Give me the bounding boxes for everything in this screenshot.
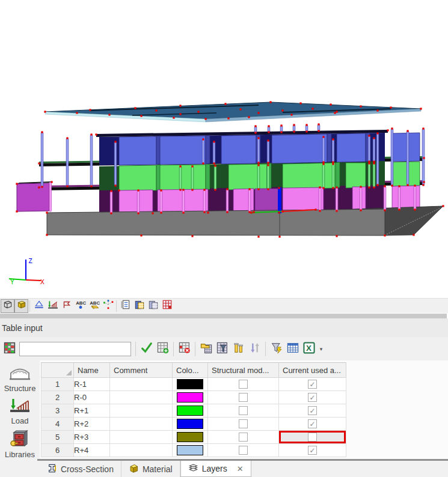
structural-model-cell[interactable]	[208, 431, 279, 444]
svg-text:ABC: ABC	[90, 300, 100, 306]
label-abc-button[interactable]: ABC	[73, 299, 87, 313]
current-used-checkbox[interactable]	[308, 419, 317, 428]
sidebar-item-libraries[interactable]: Libraries	[0, 425, 40, 459]
column-header[interactable]: Name	[74, 363, 110, 378]
table-row: 6R+4	[41, 444, 346, 457]
excel-dropdown-button[interactable]: ▾	[317, 341, 325, 357]
structural-model-cell[interactable]	[208, 444, 279, 457]
current-used-checkbox[interactable]	[308, 433, 317, 442]
table-add-button[interactable]	[155, 341, 171, 357]
building-window-yellow-button[interactable]	[132, 299, 146, 313]
row-number[interactable]: 4	[41, 418, 74, 431]
color-swatch[interactable]	[177, 406, 203, 416]
table-open-button[interactable]	[198, 341, 214, 357]
excel-icon: X	[302, 341, 316, 357]
comment-cell[interactable]	[110, 378, 173, 391]
color-swatch[interactable]	[177, 392, 203, 403]
row-number[interactable]: 3	[41, 404, 74, 418]
axis-y-label: Y	[10, 278, 14, 284]
color-swatch[interactable]	[177, 379, 203, 389]
columns-button[interactable]	[230, 341, 247, 357]
row-number[interactable]: 1	[41, 378, 74, 391]
layer-name-cell[interactable]: R-0	[74, 391, 110, 404]
current-used-checkbox[interactable]	[308, 406, 317, 415]
structural-model-checkbox[interactable]	[239, 393, 248, 402]
column-header[interactable]: Colo...	[173, 363, 208, 378]
layer-name-cell[interactable]: R+2	[74, 418, 110, 431]
ok-check-button[interactable]	[138, 341, 155, 357]
current-used-cell[interactable]	[279, 431, 346, 444]
comment-cell[interactable]	[110, 418, 173, 431]
color-cell[interactable]	[173, 404, 208, 418]
table-corner-header[interactable]	[41, 363, 74, 378]
comment-cell[interactable]	[110, 444, 173, 457]
wireframe-box-button[interactable]	[1, 299, 14, 313]
color-cell[interactable]	[173, 391, 208, 404]
table-grid-button[interactable]	[284, 341, 301, 357]
column-header[interactable]: Current used a...	[279, 363, 346, 378]
excel-button[interactable]: X	[301, 341, 317, 357]
structural-model-checkbox[interactable]	[239, 446, 248, 455]
axes-display-button[interactable]	[101, 299, 115, 313]
numbered-list-button[interactable]	[118, 299, 132, 313]
structural-model-cell[interactable]	[208, 418, 279, 431]
color-cell[interactable]	[173, 431, 208, 444]
erase-label-abc-button[interactable]: ABC	[87, 299, 101, 313]
column-header[interactable]: Structural mod...	[208, 363, 279, 378]
current-used-checkbox[interactable]	[308, 446, 317, 455]
load-display-button[interactable]	[46, 299, 60, 313]
grid-red-button[interactable]	[160, 299, 174, 313]
color-swatch[interactable]	[177, 419, 203, 429]
column-header[interactable]: Comment	[110, 363, 173, 378]
current-used-cell[interactable]	[279, 418, 346, 431]
color-swatch[interactable]	[177, 445, 203, 455]
layer-name-cell[interactable]: R+4	[74, 444, 110, 457]
table-edit-button[interactable]	[214, 341, 230, 357]
table-delete-button[interactable]	[176, 341, 192, 357]
layer-name-cell[interactable]: R+3	[74, 431, 110, 444]
render-surface-button[interactable]	[32, 299, 46, 313]
structural-model-checkbox[interactable]	[239, 419, 248, 428]
current-used-cell[interactable]	[279, 391, 346, 404]
layer-name-cell[interactable]: R-1	[74, 378, 110, 391]
structural-model-checkbox[interactable]	[239, 406, 248, 415]
color-cell[interactable]	[173, 444, 208, 457]
filter-button[interactable]	[268, 341, 284, 357]
sidebar-item-structure[interactable]: Structure	[0, 360, 40, 393]
close-tab-icon[interactable]: ✕	[237, 464, 244, 473]
comment-cell[interactable]	[110, 391, 173, 404]
tab-layers[interactable]: Layers✕	[180, 461, 251, 477]
color-cell[interactable]	[173, 418, 208, 431]
color-cell[interactable]	[173, 378, 208, 391]
current-used-cell[interactable]	[279, 444, 346, 457]
row-number[interactable]: 6	[41, 444, 74, 457]
selected-member[interactable]	[278, 187, 281, 213]
current-used-cell[interactable]	[279, 378, 346, 391]
color-swatch[interactable]	[177, 432, 203, 442]
label-abc-icon: ABC	[75, 299, 86, 312]
comment-cell[interactable]	[110, 431, 173, 444]
3d-viewport[interactable]: Z X Y	[0, 0, 448, 298]
current-used-checkbox[interactable]	[308, 393, 317, 402]
tab-material[interactable]: Material	[121, 461, 180, 477]
table-filter-input[interactable]	[19, 342, 131, 356]
current-used-cell[interactable]	[279, 404, 346, 418]
structural-model-cell[interactable]	[208, 404, 279, 418]
panel-drag-handle[interactable]	[0, 313, 447, 318]
current-used-checkbox[interactable]	[308, 380, 317, 389]
row-number[interactable]: 5	[41, 431, 74, 444]
structural-model-checkbox[interactable]	[239, 380, 248, 389]
structural-model-cell[interactable]	[208, 378, 279, 391]
table-input-button[interactable]	[1, 341, 17, 357]
structural-model-checkbox[interactable]	[239, 433, 248, 442]
solid-box-button[interactable]	[14, 299, 28, 313]
building-window-gray-button[interactable]	[146, 299, 160, 313]
structural-model-cell[interactable]	[208, 391, 279, 404]
comment-cell[interactable]	[110, 404, 173, 418]
row-number[interactable]: 2	[41, 391, 74, 404]
flag-button[interactable]	[60, 299, 73, 313]
tab-cross-section[interactable]: Cross-Section	[40, 461, 121, 477]
layer-name-cell[interactable]: R+1	[74, 404, 110, 418]
sidebar-item-load[interactable]: Load	[0, 393, 40, 425]
sort-button[interactable]	[247, 341, 263, 357]
